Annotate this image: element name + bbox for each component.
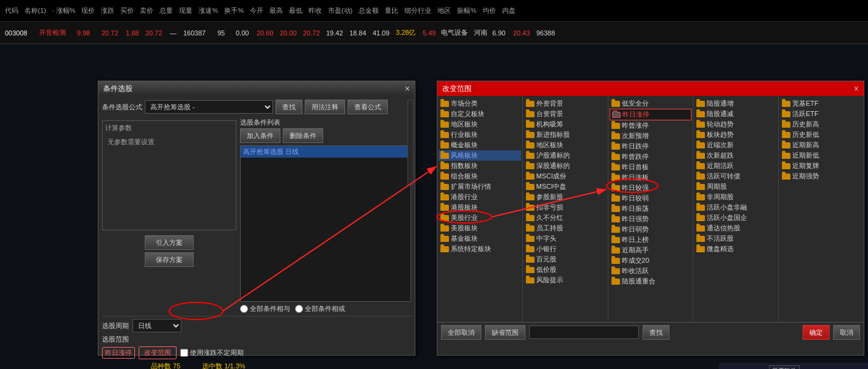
cat-item-2-12[interactable]: 久不分红 [524, 213, 607, 223]
cat-item-4-10[interactable]: 非周期股 [695, 192, 777, 202]
cat-item-1-7[interactable]: 指数板块 [439, 161, 521, 171]
cat-item-4-12[interactable]: 活跃小盘国企 [695, 213, 777, 223]
cat-item-2-9[interactable]: MSCI中盘 [524, 181, 607, 192]
cat-item-3-15[interactable]: 近期高手 [610, 245, 692, 255]
find-button[interactable]: 查找 [275, 100, 302, 114]
cat-item-4-3[interactable]: 轮动趋势 [695, 119, 777, 130]
cat-item-2-11[interactable]: 扣非亏损 [524, 202, 607, 213]
cat-item-5-3[interactable]: 历史新高 [780, 119, 863, 130]
formula-select[interactable]: 高开抢筹选股 - [145, 100, 273, 114]
cat-item-5-1[interactable]: 宽基ETF [780, 98, 863, 109]
cat-item-4-1[interactable]: 陆股通增 [695, 98, 777, 109]
cancel-button[interactable]: 取消 [833, 325, 860, 340]
cat-item-3-9[interactable]: 昨日较强 [610, 183, 692, 193]
cat-item-3-4[interactable]: 次新预增 [610, 131, 692, 141]
cat-item-2-17[interactable]: 低价股 [524, 265, 607, 275]
cat-item-1-5[interactable]: 概金板块 [439, 140, 521, 150]
cat-item-3-2[interactable]: 昨日涨停 [610, 109, 692, 120]
cat-item-1-15[interactable]: 系统特定板块 [439, 244, 521, 254]
cat-item-3-6[interactable]: 昨曾跌停 [610, 152, 692, 162]
view-formula-button[interactable]: 查看公式 [348, 100, 388, 114]
radio-all-and[interactable] [240, 305, 248, 313]
cat-item-1-8[interactable]: 组合板块 [439, 171, 521, 181]
usage-button[interactable]: 用法注释 [305, 100, 345, 114]
cat-item-5-7[interactable]: 近期复牌 [780, 161, 863, 171]
search-button[interactable]: 查找 [643, 325, 669, 340]
list-item-1[interactable]: 高开抢筹选股 日线 [241, 146, 410, 158]
cat-item-2-3[interactable]: 机构吸筹 [524, 119, 607, 130]
cat-item-5-4[interactable]: 历史新低 [780, 130, 863, 140]
cat-item-4-6[interactable]: 次新超跌 [695, 150, 777, 161]
cat-item-1-13[interactable]: 美股板块 [439, 223, 521, 233]
cat-item-4-13[interactable]: 通达信热股 [695, 223, 777, 233]
ticker-pe: 41.09 [370, 29, 392, 37]
cat-item-3-1[interactable]: 低安全分 [610, 98, 692, 109]
cat-item-1-3[interactable]: 地区板块 [439, 119, 521, 130]
cat-item-1-10[interactable]: 港股行业 [439, 192, 521, 202]
cat-item-1-2[interactable]: 自定义板块 [439, 109, 521, 119]
cat-item-4-15[interactable]: 微盘精选 [695, 244, 777, 254]
import-button[interactable]: 引入方案 [145, 235, 194, 250]
delete-condition-button[interactable]: 删除条件 [283, 128, 323, 143]
cat-item-2-8[interactable]: MSCI成份 [524, 171, 607, 181]
cat-item-2-6[interactable]: 沪股通标的 [524, 150, 607, 161]
cat-item-5-2[interactable]: 活跃ETF [780, 109, 863, 119]
cat-item-1-1[interactable]: 市场分类 [439, 98, 521, 109]
cat-item-4-14[interactable]: 不活跃股 [695, 233, 777, 244]
change-range-close-button[interactable]: × [854, 84, 859, 93]
cat-item-3-13[interactable]: 昨日弱势 [610, 224, 692, 235]
cat-item-3-5[interactable]: 昨日跌停 [610, 141, 692, 152]
cat-item-3-11[interactable]: 昨日振荡 [610, 203, 692, 214]
cat-item-2-2[interactable]: 台资背景 [524, 109, 607, 119]
cat-item-2-10[interactable]: 参股新股 [524, 192, 607, 202]
default-range-button[interactable]: 缺省范围 [485, 325, 525, 340]
cat-item-2-13[interactable]: 员工持股 [524, 223, 607, 233]
cat-item-1-6[interactable]: 风格板块 [439, 150, 521, 161]
cat-item-2-7[interactable]: 深股通标的 [524, 161, 607, 171]
add-condition-button[interactable]: 加入条件 [240, 128, 280, 143]
cat-item-1-12[interactable]: 美股行业 [439, 213, 521, 223]
cat-item-1-9[interactable]: 扩展市场行情 [439, 181, 521, 192]
cat-item-4-9[interactable]: 周期股 [695, 181, 777, 192]
cat-item-1-14[interactable]: 基金板块 [439, 233, 521, 244]
cat-item-2-4[interactable]: 新进指标股 [524, 130, 607, 140]
cat-item-2-1[interactable]: 外资背景 [524, 98, 607, 109]
cat-item-1-11[interactable]: 港股板块 [439, 202, 521, 213]
cat-item-3-12[interactable]: 昨日强势 [610, 214, 692, 224]
cat-item-2-14[interactable]: 中字头 [524, 233, 607, 244]
cat-item-3-7[interactable]: 昨日首板 [610, 162, 692, 172]
cat-item-4-8[interactable]: 活跃可转债 [695, 171, 777, 181]
cat-item-3-10[interactable]: 昨日较弱 [610, 193, 692, 203]
save-button[interactable]: 保存方案 [145, 252, 194, 267]
cat-item-4-4[interactable]: 板块趋势 [695, 130, 777, 140]
cat-item-2-16[interactable]: 百元股 [524, 254, 607, 265]
cat-item-4-11[interactable]: 活跃小盘非融 [695, 202, 777, 213]
radio-all-or[interactable] [295, 305, 303, 313]
cat-item-2-15[interactable]: 小银行 [524, 244, 607, 254]
cat-item-2-18[interactable]: 风险提示 [524, 275, 607, 285]
cat-item-4-7[interactable]: 近期活跃 [695, 161, 777, 171]
ok-button[interactable]: 确定 [803, 325, 830, 340]
cat-item-5-6[interactable]: 近期新低 [780, 150, 863, 161]
search-input[interactable] [529, 326, 639, 339]
cat-item-1-4[interactable]: 行业板块 [439, 130, 521, 140]
cat-item-5-5[interactable]: 近期新高 [780, 140, 863, 150]
change-range-button[interactable]: 改变范围 [139, 346, 177, 359]
radio-all-and-label[interactable]: 全部条件相与 [240, 304, 290, 313]
select-all-button[interactable]: 全部取消 [441, 325, 481, 340]
cat-item-4-5[interactable]: 近端次新 [695, 140, 777, 150]
period-select[interactable]: 日线 [133, 319, 181, 332]
cat-item-3-16[interactable]: 昨成交20 [610, 255, 692, 266]
use-period-label[interactable]: 使用涨跌不定周期 [180, 348, 244, 357]
cat-item-4-2[interactable]: 陆股通减 [695, 109, 777, 119]
cat-item-3-17[interactable]: 昨收活跃 [610, 266, 692, 276]
use-period-checkbox[interactable] [180, 349, 188, 357]
cat-item-3-18[interactable]: 陆股通重合 [610, 276, 692, 287]
cat-item-5-8[interactable]: 近期强势 [780, 171, 863, 181]
cat-item-3-8[interactable]: 昨日连板 [610, 172, 692, 183]
cat-item-2-5[interactable]: 地区板块 [524, 140, 607, 150]
conditions-close-button[interactable]: × [405, 84, 410, 93]
cat-item-3-14[interactable]: 昨日上榜 [610, 235, 692, 245]
cat-item-3-3[interactable]: 昨曾涨停 [610, 120, 692, 131]
radio-all-or-label[interactable]: 全部条件相或 [295, 304, 345, 313]
